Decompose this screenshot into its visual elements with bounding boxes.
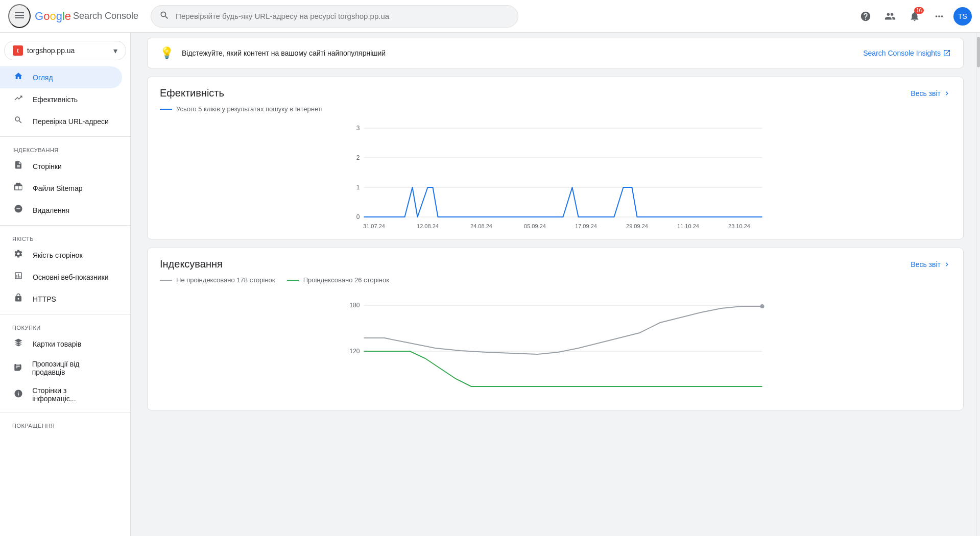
property-name: torgshop.pp.ua: [27, 46, 109, 55]
svg-text:05.09.24: 05.09.24: [524, 223, 546, 229]
performance-full-report-link[interactable]: Весь звіт: [911, 89, 951, 98]
divider-1: [0, 136, 130, 137]
search-icon: [159, 10, 170, 22]
indexed-legend-line: [287, 280, 299, 281]
sidebar-item-removals[interactable]: Видалення: [0, 199, 122, 221]
indexing-card: Індексування Весь звіт Не проіндексовано…: [147, 248, 964, 410]
page-quality-icon: [12, 249, 25, 261]
section-label-improvements: Покращення: [0, 417, 130, 431]
svg-text:12.08.24: 12.08.24: [417, 223, 439, 229]
svg-text:2: 2: [356, 154, 360, 161]
insights-text: Відстежуйте, який контент на вашому сайт…: [182, 49, 863, 57]
search-input[interactable]: [176, 12, 510, 20]
url-inspection-icon: [12, 115, 25, 127]
removals-icon: [12, 204, 25, 216]
not-indexed-legend-line: [160, 280, 172, 281]
performance-chart: 3 2 1 0 31.07.24 12.08.24 24.08.24 05.09…: [148, 121, 963, 239]
indexed-legend-text: Проіндексовано 26 сторінок: [303, 276, 389, 284]
main-content: Огляд 💡 Відстежуйте, який контент на ваш…: [131, 0, 980, 503]
merchant-offers-icon: [12, 362, 24, 374]
logo-e: e: [65, 10, 71, 23]
manage-users-button[interactable]: [880, 6, 900, 27]
performance-chart-svg: 3 2 1 0 31.07.24 12.08.24 24.08.24 05.09…: [160, 121, 951, 233]
svg-text:17.09.24: 17.09.24: [575, 223, 597, 229]
performance-legend-line: [160, 109, 172, 110]
indexing-chart-svg: 180 120: [160, 292, 951, 404]
sidebar-item-performance[interactable]: Ефективність: [0, 88, 122, 110]
sidebar-label-page-quality: Якість сторінок: [33, 251, 83, 259]
svg-text:120: 120: [349, 348, 360, 355]
app-header: Google Search Console 16: [0, 0, 980, 33]
sidebar-item-page-quality[interactable]: Якість сторінок: [0, 244, 122, 266]
apps-button[interactable]: [929, 6, 949, 27]
logo-g: G: [35, 10, 43, 23]
app-title: Search Console: [73, 11, 138, 21]
notifications-button[interactable]: 16: [904, 6, 925, 27]
performance-title: Ефективність: [160, 87, 224, 99]
logo-o1: o: [43, 10, 50, 23]
performance-icon: [12, 93, 25, 105]
divider-2: [0, 225, 130, 226]
sidebar-item-core-web-vitals[interactable]: Основні веб-показники: [0, 266, 122, 288]
product-cards-icon: [12, 338, 25, 350]
search-console-insights-link[interactable]: Search Console Insights: [863, 49, 951, 57]
header-actions: 16 TS: [855, 6, 972, 27]
sidebar-label-https: HTTPS: [33, 295, 56, 303]
performance-card: Ефективність Весь звіт Усього 5 кліків у…: [147, 77, 964, 239]
sidebar-item-pages[interactable]: Сторінки: [0, 155, 122, 177]
svg-text:29.09.24: 29.09.24: [626, 223, 648, 229]
logo-o2: o: [50, 10, 56, 23]
property-icon: t: [13, 45, 23, 56]
indexing-card-header: Індексування Весь звіт: [148, 248, 963, 276]
performance-subtitle: Усього 5 кліків у результатах пошуку в І…: [148, 105, 963, 121]
user-avatar[interactable]: TS: [953, 7, 972, 26]
sidebar-label-removals: Видалення: [33, 206, 69, 214]
sidebar-label-pages: Сторінки: [33, 162, 62, 170]
sidebar-label-url-inspection: Перевірка URL-адреси: [33, 117, 109, 126]
search-bar[interactable]: [151, 5, 518, 28]
insights-card: 💡 Відстежуйте, який контент на вашому са…: [147, 38, 964, 68]
svg-text:0: 0: [356, 213, 360, 221]
google-logo: Google: [35, 10, 71, 23]
sitemaps-icon: [12, 182, 25, 194]
https-icon: [12, 293, 25, 305]
performance-card-header: Ефективність Весь звіт: [148, 77, 963, 105]
sidebar-item-info-pages[interactable]: Сторінки з інформаціє...: [0, 381, 122, 408]
indexing-legend: Не проіндексовано 178 сторінок Проіндекс…: [148, 276, 963, 292]
scrollbar-thumb[interactable]: [977, 37, 980, 67]
lightbulb-icon: 💡: [160, 46, 174, 60]
svg-text:3: 3: [356, 125, 360, 132]
sidebar-item-sitemaps[interactable]: Файли Sitemap: [0, 177, 122, 199]
sidebar-item-url-inspection[interactable]: Перевірка URL-адреси: [0, 110, 122, 132]
logo-g2: g: [56, 10, 62, 23]
sidebar-item-overview[interactable]: Огляд: [0, 66, 122, 88]
core-web-vitals-icon: [12, 271, 25, 283]
property-selector[interactable]: t torgshop.pp.ua ▾: [4, 41, 126, 60]
svg-text:24.08.24: 24.08.24: [470, 223, 492, 229]
indexing-full-report-link[interactable]: Весь звіт: [911, 260, 951, 269]
indexing-title: Індексування: [160, 258, 223, 270]
sidebar-label-performance: Ефективність: [33, 95, 78, 104]
home-icon: [12, 71, 25, 83]
menu-button[interactable]: [8, 4, 31, 28]
scrollbar[interactable]: [976, 33, 980, 503]
svg-point-20: [760, 304, 764, 308]
svg-text:23.10.24: 23.10.24: [728, 223, 750, 229]
chevron-down-icon: ▾: [113, 46, 117, 56]
info-pages-icon: [12, 389, 24, 401]
sidebar-item-https[interactable]: HTTPS: [0, 288, 122, 310]
sidebar-label-merchant-offers: Пропозиції від продавців: [32, 360, 110, 376]
svg-text:1: 1: [356, 184, 360, 191]
sidebar-item-merchant-offers[interactable]: Пропозиції від продавців: [0, 355, 122, 381]
svg-text:180: 180: [349, 302, 360, 309]
insights-banner: 💡 Відстежуйте, який контент на вашому са…: [148, 38, 963, 68]
help-button[interactable]: [855, 6, 876, 27]
pages-icon: [12, 160, 25, 172]
sidebar-label-overview: Огляд: [33, 74, 53, 82]
section-label-indexing: Індексування: [0, 141, 130, 155]
sidebar: t torgshop.pp.ua ▾ Огляд Ефективність Пе…: [0, 33, 131, 503]
sidebar-item-product-cards[interactable]: Картки товарів: [0, 333, 122, 355]
section-label-quality: Якість: [0, 230, 130, 244]
section-label-shopping: Покупки: [0, 319, 130, 333]
svg-text:31.07.24: 31.07.24: [363, 223, 385, 229]
